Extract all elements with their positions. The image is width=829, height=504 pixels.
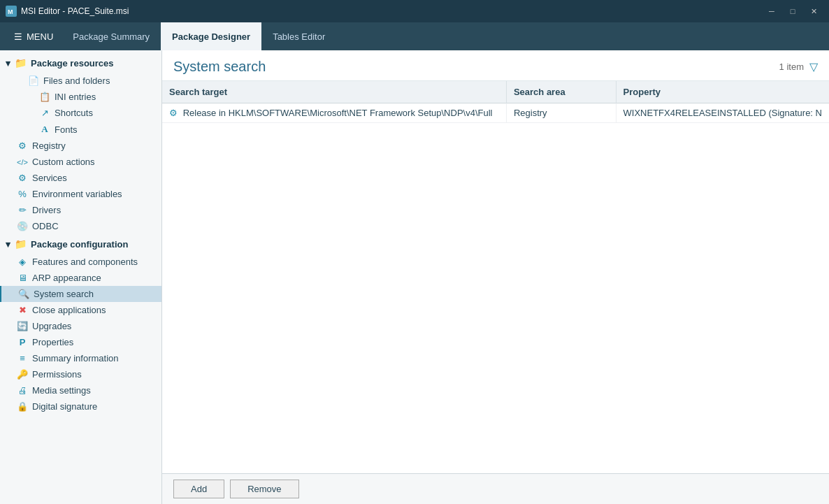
folder-icon2: 📁 — [15, 238, 27, 250]
cell-search-area: Registry — [506, 103, 616, 123]
item-count-area: 1 item ▽ — [779, 60, 818, 73]
sidebar: ▾ 📁 Package resources 📄 Files and folder… — [0, 50, 162, 504]
shortcut-icon: ↗ — [39, 108, 50, 118]
item-label: System search — [34, 289, 94, 299]
section-label: Package resources — [31, 58, 114, 69]
sidebar-item-services[interactable]: ⚙ Services — [0, 170, 161, 186]
titlebar: M MSI Editor - PACE_Suite.msi ─ □ ✕ — [0, 0, 829, 22]
ini-icon: 📋 — [39, 92, 50, 102]
sidebar-item-digital-signature[interactable]: 🔒 Digital signature — [0, 398, 161, 415]
sidebar-item-registry[interactable]: ⚙ Registry — [0, 138, 161, 154]
sidebar-item-environment-variables[interactable]: % Environment variables — [0, 186, 161, 202]
sidebar-item-odbc[interactable]: 💿 ODBC — [0, 218, 161, 234]
item-label: Upgrades — [32, 321, 71, 331]
services-icon: ⚙ — [17, 173, 28, 183]
sidebar-item-fonts[interactable]: A Fonts — [0, 121, 161, 138]
item-label: Environment variables — [32, 189, 122, 199]
window-controls: ─ □ ✕ — [762, 1, 823, 21]
menu-button[interactable]: ☰ MENU — [6, 27, 62, 46]
item-label: Custom actions — [32, 157, 95, 167]
page-title: System search — [173, 59, 266, 75]
item-label: Summary information — [32, 353, 119, 363]
digital-sig-icon: 🔒 — [17, 401, 28, 412]
item-label: ARP appearance — [32, 273, 101, 283]
item-label: Digital signature — [32, 401, 97, 412]
drivers-icon: ✏ — [17, 205, 28, 215]
item-label: Fonts — [55, 124, 78, 135]
odbc-icon: 💿 — [17, 221, 28, 231]
tab-package-summary[interactable]: Package Summary — [62, 22, 161, 50]
item-label: INI entries — [55, 92, 96, 102]
tab-tables-editor[interactable]: Tables Editor — [261, 22, 336, 50]
item-count-label: 1 item — [779, 62, 804, 72]
remove-button[interactable]: Remove — [230, 480, 298, 498]
item-label: Drivers — [32, 205, 61, 215]
sidebar-item-permissions[interactable]: 🔑 Permissions — [0, 366, 161, 382]
item-label: Registry — [32, 141, 66, 151]
titlebar-left: M MSI Editor - PACE_Suite.msi — [6, 6, 129, 17]
sidebar-item-custom-actions[interactable]: </> Custom actions — [0, 154, 161, 170]
table-row[interactable]: ⚙ Release in HKLM\SOFTWARE\Microsoft\NET… — [162, 103, 829, 123]
table-header-row: Search target Search area Property — [162, 81, 829, 103]
sidebar-item-media-settings[interactable]: 🖨 Media settings — [0, 382, 161, 398]
sidebar-item-properties[interactable]: P Properties — [0, 334, 161, 350]
content-header: System search 1 item ▽ — [162, 50, 829, 81]
registry-icon: ⚙ — [17, 141, 28, 151]
row-search-icon: ⚙ — [169, 108, 178, 118]
main-layout: ▾ 📁 Package resources 📄 Files and folder… — [0, 50, 829, 504]
search-icon: 🔍 — [18, 289, 29, 299]
filter-icon[interactable]: ▽ — [809, 60, 818, 73]
col-search-area: Search area — [506, 81, 616, 103]
menubar: ☰ MENU Package Summary Package Designer … — [0, 22, 829, 50]
minimize-button[interactable]: ─ — [762, 1, 781, 21]
arp-icon: 🖥 — [17, 273, 28, 283]
item-label: Close applications — [32, 305, 106, 315]
features-icon: ◈ — [17, 257, 28, 267]
app-icon: M — [6, 6, 17, 17]
content-footer: Add Remove — [162, 473, 829, 504]
item-label: Permissions — [32, 369, 82, 380]
cell-search-target: ⚙ Release in HKLM\SOFTWARE\Microsoft\NET… — [162, 103, 506, 123]
sidebar-item-features-and-components[interactable]: ◈ Features and components — [0, 254, 161, 270]
media-icon: 🖨 — [17, 385, 28, 396]
sidebar-item-system-search[interactable]: 🔍 System search — [0, 286, 161, 302]
tab-package-designer[interactable]: Package Designer — [161, 22, 261, 50]
table-container: Search target Search area Property ⚙ Rel… — [162, 81, 829, 473]
summary-icon: ≡ — [17, 353, 28, 363]
search-target-value: Release in HKLM\SOFTWARE\Microsoft\NET F… — [183, 108, 493, 118]
env-icon: % — [17, 189, 28, 199]
folder-icon: 📁 — [15, 57, 27, 69]
item-label: ODBC — [32, 221, 59, 231]
sidebar-item-files-and-folders[interactable]: 📄 Files and folders — [0, 73, 161, 89]
sidebar-item-arp-appearance[interactable]: 🖥 ARP appearance — [0, 270, 161, 286]
item-label: Files and folders — [43, 75, 110, 86]
item-label: Shortcuts — [55, 108, 93, 118]
close-button[interactable]: ✕ — [804, 1, 823, 21]
custom-actions-icon: </> — [17, 158, 28, 166]
sidebar-item-upgrades[interactable]: 🔄 Upgrades — [0, 318, 161, 334]
item-label: Features and components — [32, 257, 138, 267]
item-label: Media settings — [32, 385, 91, 396]
window-title: MSI Editor - PACE_Suite.msi — [21, 6, 129, 16]
cell-property: WIXNETFX4RELEASEINSTALLED (Signature: N — [616, 103, 829, 123]
sidebar-section-package-configuration[interactable]: ▾ 📁 Package configuration — [0, 234, 161, 254]
file-icon: 📄 — [28, 75, 39, 86]
sidebar-item-drivers[interactable]: ✏ Drivers — [0, 202, 161, 218]
sidebar-item-summary-information[interactable]: ≡ Summary information — [0, 350, 161, 366]
item-label: Services — [32, 173, 67, 183]
col-property: Property — [616, 81, 829, 103]
add-button[interactable]: Add — [173, 480, 224, 498]
section-label2: Package configuration — [31, 239, 128, 250]
sidebar-section-package-resources[interactable]: ▾ 📁 Package resources — [0, 53, 161, 73]
sidebar-item-ini-entries[interactable]: 📋 INI entries — [0, 89, 161, 105]
permissions-icon: 🔑 — [17, 369, 28, 380]
svg-text:M: M — [8, 8, 13, 15]
collapse-icon: ▾ — [6, 58, 10, 69]
content-area: System search 1 item ▽ Search target Sea… — [162, 50, 829, 504]
close-apps-icon: ✖ — [17, 305, 28, 315]
maximize-button[interactable]: □ — [783, 1, 802, 21]
sidebar-item-close-applications[interactable]: ✖ Close applications — [0, 302, 161, 318]
properties-icon: P — [17, 337, 28, 347]
col-search-target: Search target — [162, 81, 506, 103]
sidebar-item-shortcuts[interactable]: ↗ Shortcuts — [0, 105, 161, 121]
